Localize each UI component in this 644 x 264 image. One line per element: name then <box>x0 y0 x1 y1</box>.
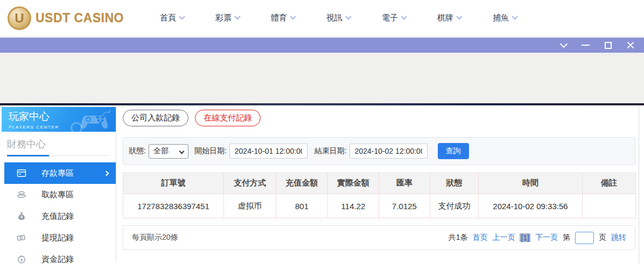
page-size-text: 每頁顯示20條 <box>132 233 178 242</box>
payment-records-table: 訂單號 支付方式 充值金額 實際金額 匯率 狀態 時間 備註 172783283… <box>123 172 636 218</box>
cell-remark <box>583 194 636 218</box>
nav-item-sports[interactable]: 體育 <box>255 13 311 23</box>
sidebar-menu: 存款專區 取款專區 ¥ 充值記錄 <box>0 162 116 264</box>
nav-item-slots[interactable]: 電子 <box>366 13 422 23</box>
window-titlebar <box>0 38 644 53</box>
current-page[interactable]: [1] <box>520 233 530 242</box>
sidebar-item-label: 資金記錄 <box>41 254 74 264</box>
spacer-band <box>0 53 644 103</box>
brand-logo[interactable]: U USDT CASINO <box>8 6 129 30</box>
section-label: 財務中心 <box>7 138 109 151</box>
table-header: 訂單號 支付方式 充值金額 實際金額 匯率 狀態 時間 備註 <box>123 173 636 194</box>
col-recharge-amount: 充值金額 <box>276 173 328 194</box>
main-nav: 首頁 彩票 體育 視訊 電子 棋牌 <box>144 13 533 23</box>
end-date-input[interactable] <box>349 144 428 159</box>
end-date-label: 結束日期: <box>314 146 347 156</box>
chevron-right-icon <box>104 170 109 176</box>
close-icon[interactable] <box>627 41 634 49</box>
sidebar-item-funds-records[interactable]: $ 資金記錄 <box>0 248 116 264</box>
chevron-down-icon <box>179 13 185 19</box>
withdraw-hand-icon <box>16 189 27 200</box>
finance-section: 財務中心 <box>0 132 116 156</box>
casino-logo-icon: U <box>8 6 31 30</box>
cell-recharge-amount: 801 <box>276 194 328 218</box>
app-window: U USDT CASINO 首頁 彩票 體育 視訊 電子 <box>0 0 644 264</box>
pager: 共1条 首页 上一页 [1] 下一页 第 页 跳转 <box>449 232 626 244</box>
start-date-label: 開始日期: <box>194 146 227 156</box>
record-tabs: 公司入款記錄 在線支付記錄 <box>123 110 636 126</box>
sidebar-item-recharge-records[interactable]: ¥ 充值記錄 <box>0 205 116 227</box>
total-count: 共1条 <box>449 233 468 242</box>
gamepad-icon <box>78 108 111 131</box>
collapse-icon[interactable] <box>560 40 568 47</box>
col-pay-method: 支付方式 <box>224 173 276 194</box>
status-label: 狀態: <box>129 146 146 156</box>
chevron-down-icon <box>234 13 240 19</box>
logo-letter: U <box>15 11 24 26</box>
status-select[interactable]: 全部 <box>149 144 188 159</box>
jump-button[interactable]: 跳转 <box>611 233 626 242</box>
chevron-down-icon <box>290 13 296 19</box>
chevron-down-icon <box>456 13 462 19</box>
chevron-down-icon <box>345 13 351 19</box>
nav-item-live[interactable]: 視訊 <box>311 13 366 23</box>
prev-page-link[interactable]: 上一页 <box>492 233 515 242</box>
players-center-header: 玩家中心 PLAYERS CENTER <box>2 107 116 132</box>
sidebar-item-label: 存款專區 <box>41 168 74 179</box>
deposit-card-icon <box>16 168 27 179</box>
section-divider <box>7 155 109 156</box>
brand-name: USDT CASINO <box>36 11 124 25</box>
start-date-input[interactable] <box>229 144 307 159</box>
svg-text:¥: ¥ <box>20 215 23 219</box>
col-exchange-rate: 匯率 <box>379 173 430 194</box>
nav-item-home[interactable]: 首頁 <box>144 13 200 23</box>
sidebar-item-withdrawal-records[interactable]: 提現記錄 <box>0 227 116 248</box>
right-edge-divider <box>639 107 639 264</box>
coin-purse-icon: $ <box>16 254 27 264</box>
col-actual-amount: 實際金額 <box>328 173 379 194</box>
top-header: U USDT CASINO 首頁 彩票 體育 視訊 電子 <box>0 0 644 38</box>
chevron-down-icon <box>179 148 184 154</box>
sidebar-item-label: 取款專區 <box>41 190 74 200</box>
sidebar: 玩家中心 PLAYERS CENTER 財務中心 <box>0 105 116 262</box>
money-bag-icon: ¥ <box>16 211 27 222</box>
jump-suffix: 页 <box>599 233 606 242</box>
cell-status: 支付成功 <box>430 194 479 218</box>
col-status: 狀態 <box>430 173 479 194</box>
col-order-no: 訂單號 <box>123 173 224 194</box>
cell-order-no: 1727832836397451 <box>123 194 224 218</box>
chevron-down-icon <box>512 13 517 19</box>
tab-online-payment-records[interactable]: 在線支付記錄 <box>195 110 261 126</box>
sidebar-item-label: 充值記錄 <box>41 211 74 222</box>
cell-actual-amount: 114.22 <box>328 194 379 218</box>
nav-item-lottery[interactable]: 彩票 <box>200 13 255 23</box>
minimize-icon[interactable] <box>582 45 590 46</box>
page-number-input[interactable] <box>575 232 594 244</box>
banknote-icon <box>16 232 27 243</box>
cell-exchange-rate: 7.0125 <box>379 194 430 218</box>
jump-prefix: 第 <box>563 233 570 242</box>
next-page-link[interactable]: 下一页 <box>535 233 558 242</box>
first-page-link[interactable]: 首页 <box>472 233 487 242</box>
svg-text:$: $ <box>20 258 23 262</box>
cell-time: 2024-10-02 09:33:56 <box>479 194 583 218</box>
maximize-icon[interactable] <box>605 42 612 49</box>
nav-item-fishing[interactable]: 捕魚 <box>477 13 533 23</box>
content-area: 玩家中心 PLAYERS CENTER 財務中心 <box>0 105 644 262</box>
table-row: 1727832836397451 虚拟币 801 114.22 7.0125 支… <box>123 194 636 218</box>
sidebar-item-withdraw[interactable]: 取款專區 <box>0 184 116 205</box>
main-panel: 公司入款記錄 在線支付記錄 狀態: 全部 開始日期: 結束日期: 查詢 <box>116 105 644 262</box>
nav-item-boardgames[interactable]: 棋牌 <box>422 13 477 23</box>
tab-company-deposit-records[interactable]: 公司入款記錄 <box>123 110 188 126</box>
decor-ring <box>71 122 82 132</box>
sidebar-item-deposit[interactable]: 存款專區 <box>4 162 116 184</box>
col-time: 時間 <box>479 173 583 194</box>
col-remark: 備註 <box>583 173 636 194</box>
pagination-bar: 每頁顯示20條 共1条 首页 上一页 [1] 下一页 第 页 跳转 <box>123 225 635 250</box>
cell-pay-method: 虚拟币 <box>224 194 276 218</box>
sidebar-item-label: 提現記錄 <box>41 233 74 243</box>
chevron-down-icon <box>401 13 407 19</box>
search-button[interactable]: 查詢 <box>438 143 469 159</box>
filter-bar: 狀態: 全部 開始日期: 結束日期: 查詢 <box>123 137 635 165</box>
